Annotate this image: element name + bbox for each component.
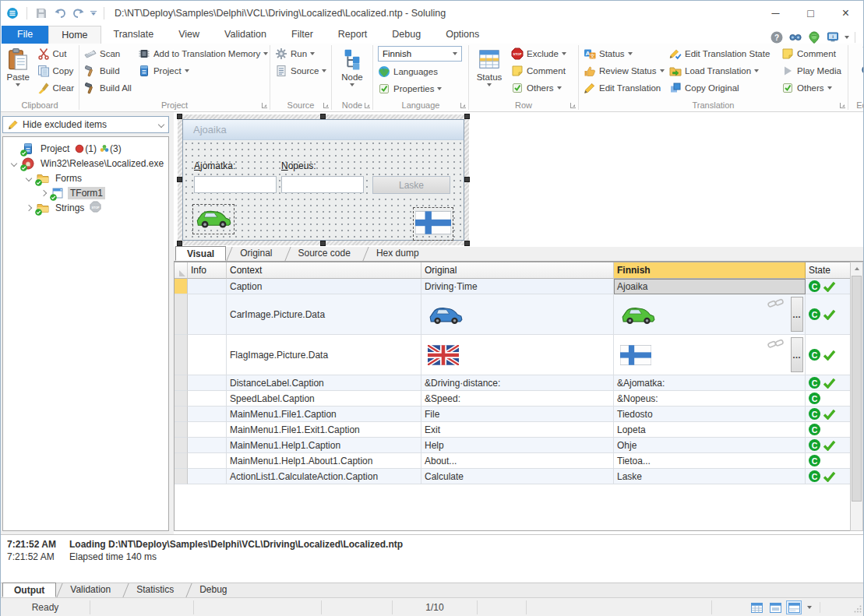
row-status-button[interactable]: Status bbox=[471, 45, 507, 98]
tab-file[interactable]: File bbox=[2, 26, 48, 44]
table-row[interactable]: ActionList1.CalculateAction.CaptionCalcu… bbox=[175, 469, 852, 484]
view-tab-visual[interactable]: Visual bbox=[175, 246, 226, 261]
paste-button[interactable]: Paste bbox=[3, 45, 34, 98]
row-indicator[interactable] bbox=[175, 294, 188, 335]
view-mode-stacked-button[interactable] bbox=[786, 600, 802, 614]
translation-others-button[interactable]: Others bbox=[779, 79, 844, 96]
cut-button[interactable]: Cut bbox=[35, 45, 76, 62]
table-row[interactable]: CaptionDriving·TimeAjoaikaC bbox=[175, 279, 852, 294]
row-indicator[interactable] bbox=[175, 391, 188, 407]
build-all-button[interactable]: Build All bbox=[82, 79, 134, 96]
context-cell[interactable]: DistanceLabel.Caption bbox=[227, 375, 421, 391]
row-indicator[interactable] bbox=[175, 279, 188, 294]
row-indicator[interactable] bbox=[175, 375, 188, 391]
original-cell[interactable]: Calculate bbox=[421, 469, 614, 484]
context-cell[interactable]: ActionList1.CalculateAction.Caption bbox=[227, 469, 421, 484]
tab-view[interactable]: View bbox=[166, 26, 212, 44]
translation-cell[interactable]: Tiedosto bbox=[614, 407, 806, 422]
table-row[interactable]: DistanceLabel.Caption&Driving·distance:&… bbox=[175, 375, 852, 391]
translation-comment-button[interactable]: Comment bbox=[779, 45, 844, 62]
tree-item-tform1[interactable]: TForm1 bbox=[3, 185, 168, 200]
language-combobox[interactable]: Finnish bbox=[378, 46, 462, 62]
find-icon[interactable] bbox=[788, 30, 802, 44]
view-tab-hex-dump[interactable]: Hex dump bbox=[362, 246, 431, 261]
tab-translate[interactable]: Translate bbox=[101, 26, 167, 44]
form-calculate-button[interactable]: Laske bbox=[372, 176, 450, 194]
source-button[interactable]: Source bbox=[273, 62, 329, 79]
form-designer[interactable]: Ajoaika Ajomatka: Nopeus: Laske bbox=[178, 114, 469, 245]
grid-corner-cell[interactable] bbox=[175, 262, 188, 279]
translation-cell[interactable]: &Nopeus: bbox=[614, 391, 806, 407]
edit-translation-button[interactable]: Edit Translation bbox=[581, 79, 665, 96]
context-cell[interactable]: MainMenu1.File1.Caption bbox=[227, 407, 421, 422]
tree-item-strings[interactable]: StringsSTOP bbox=[3, 200, 168, 215]
grid-header-info[interactable]: Info bbox=[188, 262, 227, 279]
form-speed-input[interactable] bbox=[281, 176, 364, 193]
panel-tab-statistics[interactable]: Statistics bbox=[122, 583, 185, 597]
context-cell[interactable]: FlagImage.Picture.Data bbox=[227, 335, 421, 375]
table-row[interactable]: CarImage.Picture.Data…C bbox=[175, 294, 852, 335]
translation-cell[interactable]: Lopeta bbox=[614, 422, 806, 438]
row-indicator[interactable] bbox=[175, 438, 188, 453]
translation-cell[interactable]: Ohje bbox=[614, 438, 806, 453]
translation-cell[interactable]: Ajoaika bbox=[614, 279, 806, 294]
table-row[interactable]: FlagImage.Picture.Data…C bbox=[175, 335, 852, 375]
original-cell[interactable]: Exit bbox=[421, 422, 614, 438]
row-indicator[interactable] bbox=[175, 453, 188, 469]
copy-original-button[interactable]: Copy Original bbox=[667, 79, 778, 96]
table-row[interactable]: MainMenu1.Help1.About1.CaptionAbout...Ti… bbox=[175, 453, 852, 469]
node-dialog-launcher[interactable] bbox=[365, 103, 370, 108]
find-abc-icon[interactable]: ABC bbox=[860, 64, 863, 81]
translation-cell[interactable]: &Ajomatka: bbox=[614, 375, 806, 391]
help-icon[interactable]: ? bbox=[770, 30, 783, 44]
form-flag-image[interactable] bbox=[413, 207, 453, 241]
scrollbar-thumb[interactable] bbox=[852, 276, 862, 502]
context-cell[interactable]: MainMenu1.Help1.About1.Caption bbox=[227, 453, 421, 469]
table-row[interactable]: MainMenu1.File1.Exit1.CaptionExitLopetaC bbox=[175, 422, 852, 438]
translation-cell[interactable]: Laske bbox=[614, 469, 806, 484]
tab-filter[interactable]: Filter bbox=[279, 26, 326, 44]
original-cell[interactable] bbox=[421, 335, 614, 375]
view-mode-caret[interactable] bbox=[807, 606, 812, 609]
play-media-button[interactable]: Play Media bbox=[779, 62, 844, 79]
panel-tab-output[interactable]: Output bbox=[2, 583, 56, 597]
load-translation-button[interactable]: Load Translation bbox=[667, 62, 778, 79]
copy-button[interactable]: Copy bbox=[35, 62, 76, 79]
grid-header-state[interactable]: State bbox=[806, 262, 852, 279]
tree-expander-icon[interactable] bbox=[9, 161, 19, 166]
original-cell[interactable]: File bbox=[421, 407, 614, 422]
view-mode-grid-button[interactable] bbox=[749, 600, 764, 614]
original-cell[interactable]: About... bbox=[421, 453, 614, 469]
project-menu-button[interactable]: Project bbox=[136, 62, 270, 79]
table-row[interactable]: SpeedLabel.Caption&Speed:&Nopeus:C bbox=[175, 391, 852, 407]
row-others-button[interactable]: Others bbox=[509, 79, 569, 96]
add-to-translation-memory-button[interactable]: Add to Translation Memory bbox=[136, 45, 270, 62]
tree-expander-icon[interactable] bbox=[39, 191, 48, 195]
context-cell[interactable]: SpeedLabel.Caption bbox=[227, 391, 421, 407]
row-indicator[interactable] bbox=[175, 335, 188, 375]
language-globe-icon[interactable] bbox=[807, 30, 820, 44]
form-car-image[interactable] bbox=[192, 204, 235, 234]
node-button[interactable]: Node bbox=[334, 45, 370, 98]
grid-header-original[interactable]: Original bbox=[421, 262, 614, 279]
row-dialog-launcher[interactable] bbox=[570, 103, 576, 108]
resize-grip[interactable] bbox=[854, 604, 862, 615]
view-tab-original[interactable]: Original bbox=[226, 246, 284, 261]
table-row[interactable]: MainMenu1.File1.CaptionFileTiedostoC bbox=[175, 407, 852, 422]
filter-funnel-icon[interactable] bbox=[862, 45, 863, 61]
translation-dialog-launcher[interactable] bbox=[840, 103, 845, 108]
project-dialog-launcher[interactable] bbox=[262, 103, 267, 108]
undo-button[interactable] bbox=[53, 6, 67, 20]
review-status-button[interactable]: Review Status bbox=[581, 62, 665, 79]
languages-button[interactable]: Languages bbox=[376, 63, 462, 79]
customize-quick-access-button[interactable] bbox=[90, 11, 97, 16]
view-tab-source-code[interactable]: Source code bbox=[284, 246, 362, 261]
minimize-button[interactable]: ─ bbox=[758, 1, 793, 26]
original-cell[interactable]: &Driving·distance: bbox=[421, 375, 614, 391]
tree-expander-icon[interactable] bbox=[24, 176, 34, 181]
maximize-button[interactable]: □ bbox=[793, 1, 828, 26]
original-cell[interactable]: &Speed: bbox=[421, 391, 614, 407]
translation-cell[interactable]: … bbox=[614, 335, 806, 375]
grid-vertical-scrollbar[interactable] bbox=[850, 262, 863, 531]
original-cell[interactable]: Help bbox=[421, 438, 614, 453]
